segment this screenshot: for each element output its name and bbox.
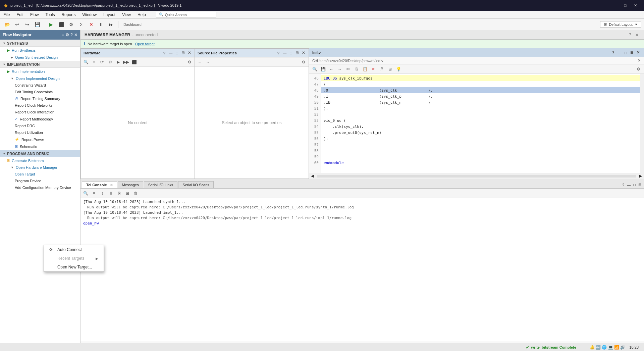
menu-flow[interactable]: Flow xyxy=(27,11,42,18)
quick-access-search[interactable]: 🔍 Quick Access xyxy=(156,12,216,17)
open-target-item[interactable]: Open Target xyxy=(0,171,80,178)
nav-close-button[interactable]: ✕ xyxy=(74,33,77,37)
menu-layout[interactable]: Layout xyxy=(100,11,119,18)
nav-collapse-button[interactable]: ≡ xyxy=(62,33,64,37)
open-implemented-design-item[interactable]: ▼ Open Implemented Design xyxy=(0,75,80,82)
sum-button[interactable]: Σ xyxy=(77,20,86,29)
code-editor[interactable]: IBUFDS sys_clk_ibufgds ( .O (sys_clk ), … xyxy=(321,74,640,173)
hw-panel-minimize[interactable]: — xyxy=(168,51,173,55)
step-button[interactable]: ⏭ xyxy=(107,20,116,29)
undo-button[interactable]: ↩ xyxy=(13,20,21,29)
report-drc-item[interactable]: Report DRC xyxy=(0,122,80,129)
hw-close-button[interactable]: ✕ xyxy=(634,32,640,38)
report-utilization-item[interactable]: Report Utilization xyxy=(0,129,80,136)
synthesis-section-header[interactable]: ▼ SYNTHESIS xyxy=(0,40,80,47)
run-synthesis-item[interactable]: ▶ Run Synthesis xyxy=(0,47,80,54)
console-float-button[interactable]: ⊞ xyxy=(637,181,643,188)
hw-filter-button[interactable]: ≡ xyxy=(90,58,98,66)
menu-reports[interactable]: Reports xyxy=(58,11,79,18)
menu-window[interactable]: Window xyxy=(79,11,100,18)
maximize-button[interactable]: □ xyxy=(621,2,630,9)
tcl-console-close[interactable]: ✕ xyxy=(110,183,113,187)
redo-button[interactable]: ↪ xyxy=(23,20,32,29)
close-button[interactable]: ✕ xyxy=(631,2,640,9)
console-search-button[interactable]: 🔍 xyxy=(82,190,89,197)
console-filter-button[interactable]: ≡ xyxy=(90,190,98,197)
open-synthesized-design-item[interactable]: ▶ Open Synthesized Design xyxy=(0,54,80,61)
save-button[interactable]: 💾 xyxy=(33,20,42,29)
scroll-left-icon[interactable]: ◀ xyxy=(309,174,316,178)
open-target-link[interactable]: Open target xyxy=(135,42,155,46)
code-panel-float[interactable]: ⊞ xyxy=(629,50,634,55)
menu-view[interactable]: View xyxy=(119,11,134,18)
code-panel-maximize[interactable]: □ xyxy=(624,50,628,55)
code-panel-help[interactable]: ? xyxy=(611,50,615,55)
tab-serial-io-scans[interactable]: Serial I/O Scans xyxy=(178,181,213,188)
hw-connect-button[interactable]: ⚙ xyxy=(106,58,114,66)
code-paste-button[interactable]: 📋 xyxy=(361,65,369,73)
report-clock-interaction-item[interactable]: Report Clock Interaction xyxy=(0,109,80,115)
hw-search-button[interactable]: 🔍 xyxy=(82,58,90,66)
code-grid-button[interactable]: ⊞ xyxy=(386,65,394,73)
code-panel-close[interactable]: ✕ xyxy=(636,50,641,55)
code-forward-button[interactable]: → xyxy=(336,65,343,73)
code-delete-button[interactable]: ✕ xyxy=(370,65,377,73)
generate-bitstream-item[interactable]: ⊞ Generate Bitstream xyxy=(0,157,80,164)
program-debug-section-header[interactable]: ▼ PROGRAM AND DEBUG xyxy=(0,150,80,157)
src-panel-close[interactable]: ✕ xyxy=(301,50,306,55)
implementation-section-header[interactable]: ▼ IMPLEMENTATION xyxy=(0,61,80,68)
code-comment-button[interactable]: // xyxy=(378,65,385,73)
constraints-wizard-item[interactable]: Constraints Wizard xyxy=(0,82,80,89)
hw-panel-close[interactable]: ✕ xyxy=(187,50,192,55)
report-power-item[interactable]: ⚡ Report Power xyxy=(0,136,80,143)
console-clear-button[interactable]: 🗑 xyxy=(132,190,140,197)
hw-run-all-button[interactable]: ▶▶ xyxy=(122,58,130,66)
src-panel-maximize[interactable]: □ xyxy=(289,51,293,55)
code-scrollbar-vertical[interactable] xyxy=(640,74,644,173)
tab-serial-io-links[interactable]: Serial I/O Links xyxy=(144,181,178,188)
nav-help-button[interactable]: ? xyxy=(70,33,73,37)
layout-selector[interactable]: ⊞ Default Layout ▼ xyxy=(600,21,641,28)
program-button[interactable]: ⚙ xyxy=(67,20,75,29)
console-pause-button[interactable]: ⏸ xyxy=(107,190,114,197)
hw-panel-help[interactable]: ? xyxy=(162,51,167,55)
open-button[interactable]: 📂 xyxy=(3,20,11,29)
console-help-button[interactable]: ? xyxy=(621,182,626,188)
hw-stop-button[interactable]: ⬛ xyxy=(130,58,138,66)
menu-help[interactable]: Help xyxy=(134,11,149,18)
edit-timing-constraints-item[interactable]: Edit Timing Constraints xyxy=(0,89,80,95)
report-clock-networks-item[interactable]: Report Clock Networks xyxy=(0,102,80,109)
schematic-item[interactable]: ⊞ Schematic xyxy=(0,143,80,150)
menu-tools[interactable]: Tools xyxy=(42,11,58,18)
console-maximize-button[interactable]: □ xyxy=(632,182,637,188)
scroll-right-icon[interactable]: ▶ xyxy=(637,174,644,178)
hw-run-button[interactable]: ▶ xyxy=(114,58,122,66)
src-settings-button[interactable]: ⚙ xyxy=(300,58,307,66)
report-methodology-item[interactable]: ✓ Report Methodology xyxy=(0,115,80,122)
ctx-auto-connect[interactable]: ⟳ Auto Connect xyxy=(44,245,104,254)
code-copy-button[interactable]: ⎘ xyxy=(353,65,360,73)
code-search-button[interactable]: 🔍 xyxy=(311,65,318,73)
run-implementation-item[interactable]: ▶ Run Implementation xyxy=(0,68,80,75)
src-panel-float[interactable]: ⊞ xyxy=(294,50,300,55)
console-copy-button[interactable]: ⎘ xyxy=(115,190,123,197)
code-settings-button[interactable]: ⚙ xyxy=(635,65,642,73)
hw-panel-float[interactable]: ⊞ xyxy=(180,50,185,55)
src-prev-button[interactable]: ← xyxy=(196,58,204,66)
stop-button[interactable]: ✕ xyxy=(87,20,96,29)
open-hardware-manager-item[interactable]: ▼ Open Hardware Manager xyxy=(0,164,80,171)
menu-edit[interactable]: Edit xyxy=(13,11,27,18)
menu-file[interactable]: File xyxy=(0,11,13,18)
tab-tcl-console[interactable]: Tcl Console ✕ xyxy=(82,181,117,188)
program-device-item[interactable]: Program Device xyxy=(0,178,80,184)
src-panel-minimize[interactable]: — xyxy=(282,51,287,55)
hw-refresh-button[interactable]: ⟳ xyxy=(98,58,106,66)
code-content[interactable]: 46 47 48 49 50 51 52 53 54 55 56 57 58 5… xyxy=(309,74,644,173)
code-light-button[interactable]: 💡 xyxy=(395,65,402,73)
pause-button[interactable]: ⏸ xyxy=(97,20,106,29)
code-panel-minimize[interactable]: — xyxy=(616,50,622,55)
minimize-button[interactable]: — xyxy=(610,2,620,9)
nav-settings-button[interactable]: ⚙ xyxy=(65,33,69,37)
hw-panel-maximize[interactable]: □ xyxy=(175,51,179,55)
code-path-close[interactable]: ✕ xyxy=(638,58,641,63)
